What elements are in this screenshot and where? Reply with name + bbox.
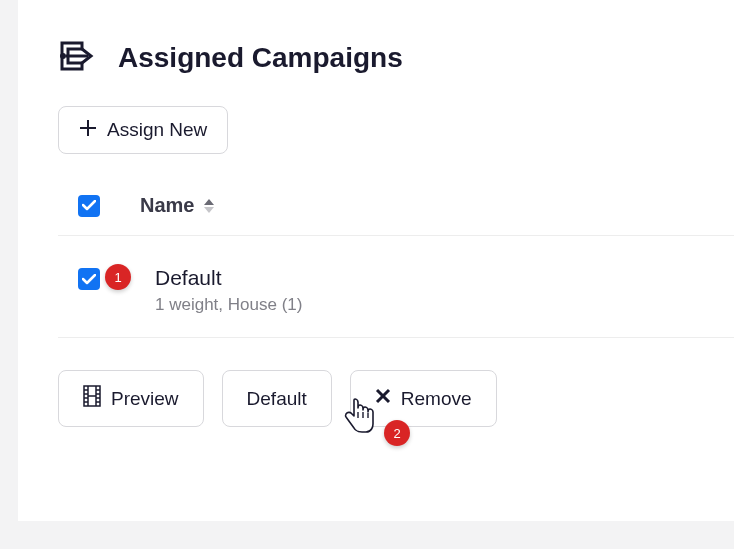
row-checkbox[interactable]	[78, 268, 100, 290]
row-title: Default	[155, 266, 302, 290]
x-icon	[375, 388, 391, 409]
column-name-label: Name	[140, 194, 194, 217]
preview-button[interactable]: Preview	[58, 370, 204, 427]
callout-badge-1: 1	[105, 264, 131, 290]
select-all-checkbox[interactable]	[78, 195, 100, 217]
default-label: Default	[247, 388, 307, 410]
assign-new-button[interactable]: Assign New	[58, 106, 228, 154]
preview-label: Preview	[111, 388, 179, 410]
plus-icon	[79, 119, 97, 141]
column-name-header[interactable]: Name	[140, 194, 214, 217]
assigned-campaigns-panel: Assigned Campaigns Assign New Name 1 Def…	[18, 0, 734, 521]
callout-badge-2: 2	[384, 420, 410, 446]
assign-new-label: Assign New	[107, 119, 207, 141]
panel-header: Assigned Campaigns	[58, 40, 734, 76]
panel-title: Assigned Campaigns	[118, 42, 403, 74]
remove-label: Remove	[401, 388, 472, 410]
remove-button[interactable]: Remove	[350, 370, 497, 427]
svg-point-0	[60, 53, 66, 59]
enter-icon	[58, 40, 100, 76]
film-icon	[83, 385, 101, 412]
table-header: Name	[58, 194, 734, 236]
table-row[interactable]: 1 Default 1 weight, House (1)	[58, 256, 734, 338]
action-bar: Preview Default Remove 2	[58, 370, 734, 427]
row-content: Default 1 weight, House (1)	[155, 266, 302, 315]
row-subtitle: 1 weight, House (1)	[155, 295, 302, 315]
sort-icon	[204, 199, 214, 213]
default-button[interactable]: Default	[222, 370, 332, 427]
